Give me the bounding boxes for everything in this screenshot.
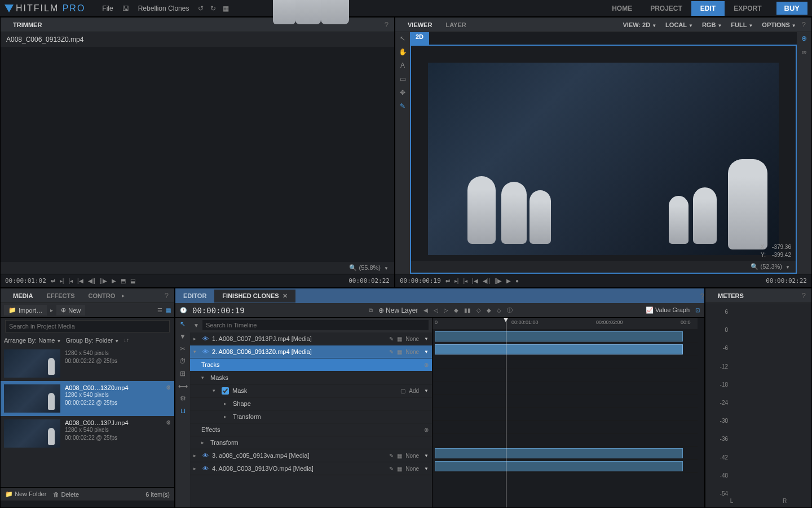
new-folder-button[interactable]: 📁 New Folder	[5, 491, 46, 498]
media-scrollbar[interactable]	[1, 501, 174, 507]
move-tool-icon[interactable]: ✥	[400, 89, 405, 97]
timeline-ruler[interactable]: 0 00:00:01:00 00:00:02:00 00:0	[433, 318, 698, 330]
pen-tool-icon[interactable]: ✎	[400, 102, 405, 110]
search-icon[interactable]: 🔍	[349, 264, 357, 271]
tracks-header[interactable]: Tracks ⊕	[190, 358, 432, 371]
tab-export[interactable]: EXPORT	[725, 1, 770, 16]
new-button[interactable]: ⊕ New	[56, 305, 85, 316]
edit-icon[interactable]: ✎	[389, 453, 394, 459]
set-out-icon[interactable]: |◂	[463, 278, 467, 284]
layer-row[interactable]: ▸👁 4. A008_C003_0913VO.mp4 [Media] ✎ ▦ N…	[190, 462, 432, 475]
kf-prev-icon[interactable]: ◀	[423, 307, 428, 313]
checker-icon[interactable]: ▦	[397, 349, 402, 355]
meters-tab[interactable]: METERS	[711, 290, 751, 301]
playhead[interactable]	[506, 318, 506, 507]
select-tool-icon[interactable]: ↖	[400, 34, 405, 42]
set-out-icon[interactable]: |◂	[68, 278, 73, 284]
view-rgb[interactable]: RGB▼	[699, 21, 725, 28]
loop-icon[interactable]: ⇄	[51, 278, 55, 284]
import-button[interactable]: 📁 Import…	[4, 305, 47, 316]
kf-diamond2-icon[interactable]: ◇	[476, 307, 481, 313]
trimmer-zoom[interactable]: (55.8%)	[359, 264, 381, 271]
redo-icon[interactable]: ↻	[207, 5, 219, 12]
group-by[interactable]: Group By: Folder▼	[65, 337, 119, 344]
play-icon[interactable]: ▶	[506, 278, 511, 284]
set-in-icon[interactable]: ▸|	[60, 278, 64, 284]
viewer-preview[interactable]	[428, 63, 779, 255]
file-menu[interactable]: File	[96, 5, 118, 12]
media-help-icon[interactable]: ?	[165, 291, 169, 300]
value-graph-button[interactable]: 📈 Value Graph	[646, 306, 690, 314]
step-fwd-icon[interactable]: ||▶	[495, 278, 502, 284]
arrange-by[interactable]: Arrange By: Name▼	[4, 337, 61, 344]
effects-tab[interactable]: EFFECTS	[39, 290, 81, 301]
checker-icon[interactable]: ▦	[397, 466, 402, 472]
track-tool-icon[interactable]: ⊕	[801, 34, 807, 42]
step-fwd-icon[interactable]: ||▶	[100, 278, 107, 284]
trimmer-help-icon[interactable]: ?	[385, 20, 389, 29]
view-full[interactable]: FULL▼	[727, 21, 756, 28]
undo-icon[interactable]: ↺	[195, 5, 207, 12]
text-tool-icon[interactable]: A	[400, 62, 405, 69]
apps-icon[interactable]: ▦	[219, 5, 232, 12]
tab-home[interactable]: HOME	[603, 1, 641, 16]
add-icon[interactable]: ⊕	[424, 427, 429, 433]
viewer-help-icon[interactable]: ?	[802, 20, 806, 29]
search-icon[interactable]: 🔍	[751, 263, 758, 270]
viewer-zoom[interactable]: (52.3%)	[760, 263, 782, 270]
link-tool-icon[interactable]: ∞	[802, 48, 807, 56]
loop-icon[interactable]: ⇄	[445, 278, 450, 284]
tab-project[interactable]: PROJECT	[641, 1, 691, 16]
kf-bars-icon[interactable]: ▮▮	[464, 307, 471, 313]
mask-checkbox[interactable]	[222, 387, 229, 395]
edit-icon[interactable]: ✎	[389, 349, 394, 355]
media-tab[interactable]: MEDIA	[6, 290, 39, 301]
sort-icon[interactable]: ↓↑	[123, 337, 129, 344]
slice-tool-icon[interactable]: ✂	[180, 345, 186, 353]
duplicate-icon[interactable]: ⧉	[369, 307, 373, 314]
go-start-icon[interactable]: |◀	[472, 278, 478, 284]
edit-icon[interactable]: ✎	[389, 336, 394, 342]
finished-clones-tab[interactable]: FINISHED CLONES✕	[214, 290, 295, 303]
viewer-tab[interactable]: VIEWER	[401, 19, 439, 30]
masks-header[interactable]: ▾ Masks	[190, 371, 432, 384]
kf-info-icon[interactable]: ⓘ	[507, 306, 513, 314]
list-view-icon[interactable]: ☰	[157, 307, 162, 313]
snap-icon[interactable]: ⊞	[180, 370, 186, 378]
layer-row[interactable]: ▸👁 1. A008_C007_0913PJ.mp4 [Media] ✎ ▦ N…	[190, 332, 432, 345]
trimmer-tab[interactable]: TRIMMER	[6, 19, 48, 30]
editor-tab[interactable]: EDITOR	[175, 290, 214, 302]
transform-row[interactable]: ▸ Transform	[190, 410, 432, 423]
meters-help-icon[interactable]: ?	[802, 291, 806, 300]
buy-button[interactable]: BUY	[776, 2, 807, 15]
layer-row[interactable]: ▸👁 3. a008_c005_0913va.mp4 [Media] ✎ ▦ N…	[190, 449, 432, 462]
clock-icon[interactable]: 🕐	[180, 307, 187, 313]
controls-tab[interactable]: CONTRO	[82, 290, 122, 301]
layer-tab[interactable]: LAYER	[439, 19, 473, 30]
filter-icon[interactable]: ▼	[179, 332, 186, 340]
filter-icon[interactable]: ▼	[193, 322, 199, 329]
clip[interactable]	[435, 331, 683, 341]
step-back-icon[interactable]: ◀||	[88, 278, 95, 284]
media-item[interactable]: A008_C00…13PJ.mp4 1280 x 540 pixels 00:0…	[1, 416, 174, 451]
slip-tool-icon[interactable]: ⟷	[178, 382, 188, 390]
delete-button[interactable]: 🗑 Delete	[53, 491, 79, 498]
close-icon[interactable]: ✕	[283, 292, 288, 299]
gear-icon[interactable]: ⚙	[166, 419, 171, 448]
set-in-icon[interactable]: ▸|	[454, 278, 459, 284]
checker-icon[interactable]: ▦	[397, 453, 402, 459]
record-icon[interactable]: ●	[515, 278, 519, 284]
add-icon[interactable]: ⊕	[424, 362, 429, 368]
kf-prev2-icon[interactable]: ◁	[434, 307, 438, 313]
edit-icon[interactable]: ✎	[389, 466, 394, 472]
clip[interactable]	[435, 461, 683, 471]
media-item[interactable]: 1280 x 540 pixels 00:00:02:22 @ 25fps	[1, 346, 174, 381]
grid-view-icon[interactable]: ▦	[166, 307, 171, 313]
overlay-icon[interactable]: ⬓	[130, 278, 135, 284]
shape-row[interactable]: ▸ Shape	[190, 397, 432, 410]
kf-diamond3-icon[interactable]: ◆	[487, 307, 491, 313]
media-search-input[interactable]	[5, 320, 170, 332]
view-options[interactable]: OPTIONS▼	[758, 21, 799, 28]
magnet-icon[interactable]: ⊔	[180, 407, 186, 415]
save-icon[interactable]: 🖫	[119, 5, 133, 12]
